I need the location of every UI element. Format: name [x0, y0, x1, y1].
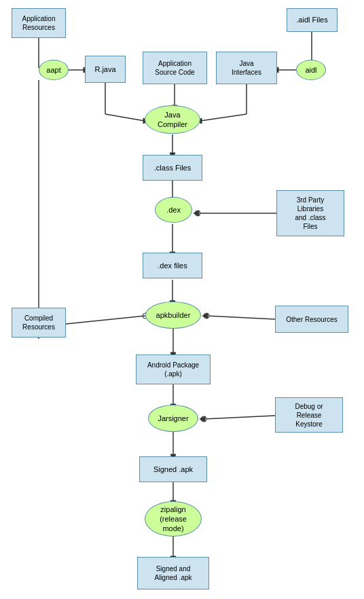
rjava-box: R.java [85, 56, 126, 83]
svg-line-32 [206, 316, 275, 319]
aapt-ellipse: aapt [39, 60, 69, 80]
aidl-ellipse: aidl [296, 60, 326, 80]
class-files-label: .class Files [154, 163, 191, 173]
other-res-label: Other Resources [286, 315, 338, 324]
class-files-box: .class Files [143, 155, 202, 181]
apkbuilder-label: apkbuilder [156, 310, 191, 320]
svg-marker-34 [202, 313, 208, 319]
svg-point-20 [195, 211, 200, 216]
dex-ellipse: .dex [155, 197, 192, 223]
app-resources-label: Application Resources [22, 14, 56, 32]
aidl-files-label: .aidl Files [296, 15, 327, 24]
other-res-box: Other Resources [275, 306, 348, 333]
dex-label: .dex [166, 205, 181, 215]
zipalign-ellipse: zipalign (release mode) [145, 501, 202, 537]
signed-aligned-box: Signed and Aligned .apk [137, 557, 209, 589]
aidl-label: aidl [305, 65, 316, 75]
aapt-label: aapt [46, 65, 60, 75]
aidl-files-box: .aidl Files [287, 8, 338, 32]
build-diagram: Application Resources .aidl Files aapt R… [0, 0, 364, 599]
svg-line-39 [204, 416, 275, 419]
svg-line-12 [200, 114, 247, 121]
jarsigner-label: Jarsigner [158, 414, 188, 423]
svg-marker-21 [194, 211, 199, 216]
keystore-box: Debug or Release Keystore [275, 397, 343, 433]
compiled-res-label: Compiled Resources [22, 314, 55, 331]
rjava-label: R.java [94, 65, 115, 74]
third-party-box: 3rd Party Libraries and .class Files [276, 190, 344, 236]
svg-line-31 [66, 316, 145, 324]
svg-marker-41 [200, 416, 205, 422]
svg-point-40 [201, 416, 206, 422]
java-compiler-label: Java Compiler [158, 110, 187, 130]
compiled-res-box: Compiled Resources [12, 308, 66, 338]
android-pkg-box: Android Package (.apk) [136, 355, 211, 384]
signed-apk-label: Signed .apk [153, 465, 193, 474]
keystore-label: Debug or Release Keystore [295, 402, 323, 429]
signed-apk-box: Signed .apk [139, 456, 207, 482]
app-source-box: Application Source Code [143, 52, 207, 84]
app-source-label: Application Source Code [155, 59, 194, 77]
svg-point-33 [204, 313, 209, 319]
apkbuilder-ellipse: apkbuilder [145, 302, 201, 329]
svg-line-7 [105, 114, 145, 121]
zipalign-label: zipalign (release mode) [160, 505, 187, 534]
android-pkg-label: Android Package (.apk) [147, 361, 199, 378]
dex-files-box: .dex files [143, 253, 202, 278]
signed-aligned-label: Signed and Aligned .apk [154, 564, 192, 582]
java-compiler-ellipse: Java Compiler [145, 105, 200, 134]
app-resources-box: Application Resources [12, 8, 66, 38]
java-interfaces-box: Java Interfaces [216, 52, 277, 84]
third-party-label: 3rd Party Libraries and .class Files [295, 196, 325, 231]
dex-files-label: .dex files [158, 261, 187, 270]
java-interfaces-label: Java Interfaces [232, 59, 261, 77]
jarsigner-ellipse: Jarsigner [148, 405, 198, 432]
